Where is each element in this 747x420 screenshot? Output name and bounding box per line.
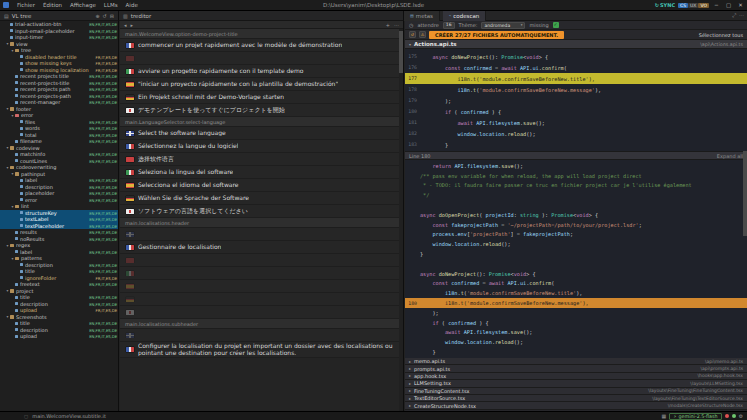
collapsed-file-row[interactable]: ▸LLMSetting.tsx\layouts\LLMSetting.tsx: [405, 380, 747, 387]
theme-select[interactable]: andromeda ▾: [481, 22, 525, 29]
group-header[interactable]: main.LanguageSelector.select-language: [120, 117, 403, 127]
code-line[interactable]: 182 window.location.reload();: [405, 128, 747, 139]
scrollbar-thumb[interactable]: [399, 31, 403, 73]
refresh-icon[interactable]: ↺: [409, 31, 416, 38]
code-line[interactable]: return API.filesystem.save();: [405, 161, 747, 171]
translation-row[interactable]: [120, 329, 403, 342]
badge-vo[interactable]: VO: [698, 3, 709, 8]
collapsed-file-row[interactable]: ▸CreateStructureNode.tsx\modals\CreateSt…: [405, 402, 747, 409]
editor-scrollbar[interactable]: [399, 29, 403, 411]
model-chip[interactable]: ⚡ gemini-2.5-flash: [669, 413, 721, 420]
translation-row[interactable]: Select the software language: [120, 127, 403, 140]
code-line[interactable]: const confirmed = await API.ui.confirm(: [405, 279, 747, 289]
translation-row[interactable]: Sélectionnez la langue du logiciel: [120, 140, 403, 153]
nav-back-icon[interactable]: ◂: [124, 22, 127, 28]
collapsed-file-row[interactable]: ▸memo.api.ts\api\memo.api.ts: [405, 358, 747, 365]
code-line[interactable]: [405, 200, 747, 210]
code-line[interactable]: 179 );: [405, 95, 747, 106]
attendre-value-input[interactable]: 16: [443, 22, 455, 29]
gear-icon[interactable]: ⚙: [739, 413, 743, 419]
code-line[interactable]: * - TODO: il faudra faire passer ce truc…: [405, 181, 747, 191]
menu-llms[interactable]: LLMs: [100, 2, 122, 8]
translation-row[interactable]: commencer un projet rapidement avec le m…: [120, 39, 403, 52]
maximize-button[interactable]: ▢: [724, 2, 733, 8]
translation-row[interactable]: Selecciona el idioma del software: [120, 179, 403, 192]
chevron-right-icon[interactable]: ▸: [409, 359, 411, 364]
group-header[interactable]: main.localisations.subheader: [120, 319, 403, 329]
tab-codescan[interactable]: ⌁ codescan: [443, 11, 486, 21]
tab-metas[interactable]: ▤ metas: [404, 11, 440, 21]
translation-row[interactable]: "iniciar un proyecto rápidamente con la …: [120, 78, 403, 91]
close-button[interactable]: ✕: [736, 2, 745, 8]
sync-button[interactable]: ↻ SYNC: [655, 2, 675, 8]
expand-icon[interactable]: ⤢: [732, 12, 736, 19]
expand-all-button[interactable]: Expand all: [717, 153, 743, 159]
select-all-link[interactable]: Sélectionnez tous: [699, 32, 743, 38]
translation-row[interactable]: Ein Projekt schnell mit der Demo-Vorlage…: [120, 91, 403, 104]
code-line[interactable]: [405, 259, 747, 269]
add-icon[interactable]: +: [386, 22, 390, 28]
code-scrollbar-thumb[interactable]: [743, 151, 747, 236]
code-line[interactable]: */: [405, 190, 747, 200]
badge-ux[interactable]: UX: [688, 3, 698, 8]
tree-item[interactable]: uploadEN,FR,IT,ES,DE: [0, 333, 118, 340]
code-line[interactable]: 183 }: [405, 139, 747, 150]
minimize-button[interactable]: ─: [712, 2, 721, 8]
code-line[interactable]: if ( confirmed ) {: [405, 318, 747, 328]
code-line[interactable]: process.env['projectPath'] = fakeproject…: [405, 230, 747, 240]
code-line[interactable]: const fakeprojectPath = '~/projectPath=/…: [405, 220, 747, 230]
collapsed-file-row[interactable]: ▸TextEditorSource.tsx\layouts\FineTuning…: [405, 395, 747, 402]
menu-édition[interactable]: Édition: [39, 2, 66, 8]
translation-row[interactable]: [120, 254, 403, 267]
code-line[interactable]: window.location.reload();: [405, 239, 747, 249]
layers-icon[interactable]: ▦: [661, 413, 666, 419]
code-line[interactable]: 177 i18n.t('module.confirmSaveBeforeNew.…: [405, 73, 747, 84]
code-line[interactable]: 181 await API.filesystem.save();: [405, 117, 747, 128]
collapsed-file-row[interactable]: ▸app.hook.tsx\hooks\app.hook.tsx: [405, 373, 747, 380]
create-files-button[interactable]: CRÉER 27/27 FICHIERS AUTOMATIQUEMENT.: [429, 31, 564, 39]
translation-row[interactable]: [120, 228, 403, 241]
chevron-right-icon[interactable]: ▸: [409, 373, 411, 378]
chevron-down-icon[interactable]: ▾: [409, 42, 411, 47]
code-line[interactable]: 180 i18n.t('module.confirmSaveBeforeNew.…: [405, 298, 747, 308]
translation-row[interactable]: デモテンプレートを使ってすぐにプロジェクトを開始: [120, 104, 403, 117]
code-line[interactable]: 178 i18n.t('module.confirmSaveBeforeNew.…: [405, 84, 747, 95]
collapsed-file-row[interactable]: ▸FineTuningContent.tsx\layouts\FineTunin…: [405, 388, 747, 395]
chevron-right-icon[interactable]: ▸: [409, 388, 411, 393]
chevron-right-icon[interactable]: ▸: [409, 366, 411, 371]
code-line[interactable]: /** pass env variable for when reload, t…: [405, 171, 747, 181]
group-header[interactable]: main.WelcomeView.option-demo-project-tit…: [120, 29, 403, 39]
group-header[interactable]: main.localisations.header: [120, 218, 403, 228]
more-icon[interactable]: ⋯: [739, 12, 744, 19]
menu-fichier[interactable]: Fichier: [13, 2, 39, 8]
add-key-icon[interactable]: ⊕: [95, 13, 99, 19]
code-line[interactable]: 180 if ( confirmed ) {: [405, 106, 747, 117]
open-file-header[interactable]: ▾ Actions.api.ts \api\Actions.api.ts: [405, 40, 747, 49]
code-line[interactable]: async doNewProject(): Promise<void> {: [405, 269, 747, 279]
translation-row[interactable]: Wählen Sie die Sprache der Software: [120, 192, 403, 205]
chevron-right-icon[interactable]: ▸: [409, 403, 411, 408]
code-line[interactable]: );: [405, 308, 747, 318]
translation-row[interactable]: [120, 293, 403, 306]
code-line[interactable]: i18n.t('module.confirmSaveBeforeNew.titl…: [405, 288, 747, 298]
translation-row[interactable]: [120, 267, 403, 280]
code-line[interactable]: window.location.reload();: [405, 337, 747, 347]
menu-aide[interactable]: Aide: [122, 2, 142, 8]
code-line[interactable]: 176 const confirmed = await API.ui.confi…: [405, 62, 747, 73]
code-line[interactable]: }: [405, 347, 747, 357]
badge-cs[interactable]: CS: [678, 3, 688, 8]
translation-row[interactable]: Gestionnaire de localisation: [120, 241, 403, 254]
code-line[interactable]: async doOpenProject( projectId: string )…: [405, 210, 747, 220]
translation-row[interactable]: Seleziona la lingua del software: [120, 166, 403, 179]
code-line[interactable]: 175 async doNewProject(): Promise<void> …: [405, 51, 747, 62]
missing-checkbox[interactable]: ✓: [553, 22, 559, 28]
collapse-all-icon[interactable]: ⊟: [110, 13, 114, 19]
chevron-right-icon[interactable]: ▸: [409, 381, 411, 386]
menu-affichage[interactable]: Affichage: [66, 2, 100, 8]
code-line[interactable]: await API.filesystem.save();: [405, 328, 747, 338]
overflow-icon[interactable]: ⋯: [394, 22, 399, 28]
translation-row[interactable]: ソフトウェアの言語を選択してください: [120, 205, 403, 218]
translation-row[interactable]: 选择软件语言: [120, 153, 403, 166]
translation-row[interactable]: [120, 52, 403, 65]
code-line[interactable]: }: [405, 249, 747, 259]
